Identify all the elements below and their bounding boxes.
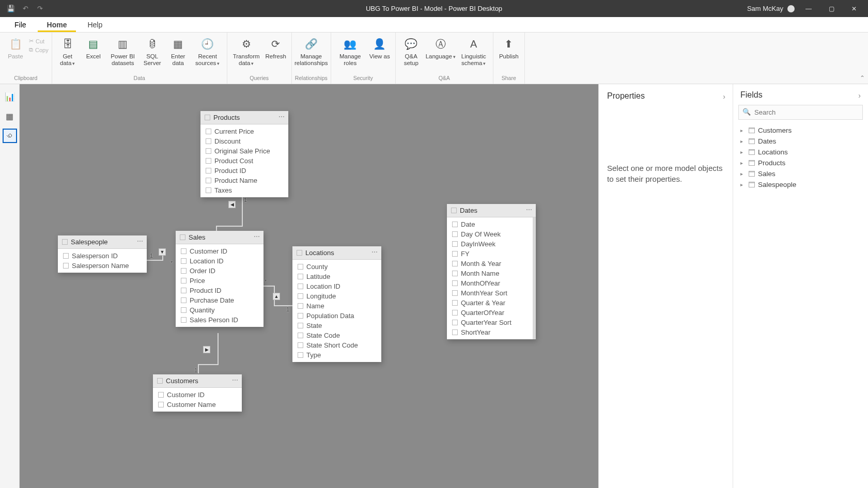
field-row[interactable]: Latitude bbox=[292, 272, 381, 281]
field-row[interactable]: Day Of Week bbox=[447, 229, 533, 239]
manage-relationships-button[interactable]: 🔗Manage relationships bbox=[295, 35, 327, 67]
field-row[interactable]: DayInWeek bbox=[447, 239, 533, 249]
fields-header[interactable]: Fields› bbox=[740, 90, 863, 100]
minimize-button[interactable]: — bbox=[800, 0, 817, 17]
table-locations[interactable]: Locations⋯ County Latitude Location ID L… bbox=[292, 246, 381, 362]
rel-sales-customers[interactable] bbox=[198, 364, 219, 365]
linguistic-schema-button[interactable]: ALinguistic schema bbox=[458, 35, 490, 67]
field-row[interactable]: Product ID bbox=[176, 286, 264, 295]
field-row[interactable]: QuarterOfYear bbox=[447, 308, 533, 318]
field-row[interactable]: Location ID bbox=[292, 281, 381, 291]
tab-file[interactable]: File bbox=[5, 18, 36, 32]
data-view-button[interactable]: ▦ bbox=[3, 109, 17, 123]
chevron-right-icon[interactable]: › bbox=[723, 92, 725, 101]
ribbon-collapse-button[interactable]: ⌃ bbox=[860, 74, 865, 82]
fields-table-item[interactable]: ▸Salespeople bbox=[738, 179, 863, 190]
table-sales[interactable]: Sales⋯ Customer ID Location ID Order ID … bbox=[176, 231, 264, 327]
recent-sources-button[interactable]: 🕘Recent sources bbox=[192, 35, 224, 67]
redo-icon[interactable]: ↷ bbox=[36, 5, 43, 12]
field-row[interactable]: Discount bbox=[200, 136, 288, 146]
get-data-button[interactable]: 🗄Get data bbox=[55, 35, 80, 67]
field-row[interactable]: Quarter & Year bbox=[447, 298, 533, 308]
table-dates[interactable]: Dates⋯ Date Day Of Week DayInWeek FY Mon… bbox=[447, 204, 536, 339]
rel-products-sales[interactable] bbox=[242, 196, 243, 226]
fields-search-input[interactable] bbox=[738, 105, 863, 120]
field-row[interactable]: MonthYear Sort bbox=[447, 288, 533, 298]
field-row[interactable]: County bbox=[292, 262, 381, 272]
field-row[interactable]: State Short Code bbox=[292, 340, 381, 350]
field-row[interactable]: Current Price bbox=[200, 127, 288, 136]
table-menu-button[interactable]: ⋯ bbox=[371, 248, 378, 256]
fields-table-item[interactable]: ▸Dates bbox=[738, 136, 863, 147]
qa-setup-button[interactable]: 💬Q&A setup bbox=[399, 35, 424, 67]
table-menu-button[interactable]: ⋯ bbox=[232, 376, 239, 384]
field-row[interactable]: Product ID bbox=[200, 166, 288, 176]
report-view-button[interactable]: 📊 bbox=[3, 89, 17, 104]
cut-button[interactable]: ✂Cut bbox=[29, 38, 49, 44]
model-canvas[interactable]: ◀ 1 ▼ 1 * ▶ 1 ▲ * 1 Products⋯ Current Pr… bbox=[20, 84, 598, 488]
table-salespeople[interactable]: Salespeople⋯ Salesperson ID Salesperson … bbox=[58, 235, 147, 273]
transform-data-button[interactable]: ⚙Transform data bbox=[230, 35, 262, 67]
view-as-button[interactable]: 👤View as bbox=[367, 35, 392, 60]
field-row[interactable]: Longitude bbox=[292, 291, 381, 301]
field-row[interactable]: State Code bbox=[292, 330, 381, 340]
field-row[interactable]: Population Data bbox=[292, 311, 381, 321]
save-icon[interactable]: 💾 bbox=[7, 5, 14, 12]
field-row[interactable]: Product Cost bbox=[200, 156, 288, 166]
table-products[interactable]: Products⋯ Current Price Discount Origina… bbox=[200, 111, 288, 197]
rel-sales-customers[interactable] bbox=[198, 364, 199, 373]
field-row[interactable]: Sales Person ID bbox=[176, 315, 264, 325]
table-menu-button[interactable]: ⋯ bbox=[137, 238, 144, 245]
enter-data-button[interactable]: ▦Enter data bbox=[166, 35, 191, 67]
field-row[interactable]: Original Sale Price bbox=[200, 146, 288, 156]
tab-home[interactable]: Home bbox=[38, 18, 76, 32]
fields-table-item[interactable]: ▸Sales bbox=[738, 168, 863, 179]
field-row[interactable]: Location ID bbox=[176, 256, 264, 266]
user-account[interactable]: Sam McKay bbox=[747, 5, 795, 12]
field-row[interactable]: FY bbox=[447, 249, 533, 259]
rel-sales-locations[interactable] bbox=[264, 286, 274, 287]
publish-button[interactable]: ⬆Publish bbox=[497, 35, 521, 60]
field-row[interactable]: Salesperson Name bbox=[58, 261, 147, 271]
model-view-button[interactable]: ꩜ bbox=[3, 129, 17, 143]
field-row[interactable]: Quantity bbox=[176, 305, 264, 315]
table-menu-button[interactable]: ⋯ bbox=[526, 206, 533, 213]
rel-products-sales[interactable] bbox=[216, 226, 243, 227]
close-button[interactable]: ✕ bbox=[845, 0, 863, 17]
field-row[interactable]: Salesperson ID bbox=[58, 251, 147, 261]
field-row[interactable]: QuarterYear Sort bbox=[447, 318, 533, 327]
table-menu-button[interactable]: ⋯ bbox=[278, 113, 285, 120]
copy-button[interactable]: ⧉Copy bbox=[29, 46, 49, 53]
fields-table-item[interactable]: ▸Customers bbox=[738, 125, 863, 136]
tab-help[interactable]: Help bbox=[78, 18, 112, 32]
field-row[interactable]: Date bbox=[447, 219, 533, 229]
properties-header[interactable]: Properties bbox=[607, 91, 724, 101]
fields-table-item[interactable]: ▸Products bbox=[738, 158, 863, 168]
field-row[interactable]: Month Name bbox=[447, 269, 533, 278]
field-row[interactable]: Order ID bbox=[176, 266, 264, 276]
language-button[interactable]: ⒶLanguage bbox=[425, 35, 457, 60]
sql-server-button[interactable]: 🛢SQL Server bbox=[140, 35, 165, 67]
field-row[interactable]: Type bbox=[292, 350, 381, 360]
fields-table-item[interactable]: ▸Locations bbox=[738, 147, 863, 158]
table-menu-button[interactable]: ⋯ bbox=[254, 233, 260, 240]
paste-button[interactable]: 📋 Paste bbox=[3, 35, 28, 60]
field-row[interactable]: Name bbox=[292, 301, 381, 311]
field-row[interactable]: Taxes bbox=[200, 185, 288, 195]
field-row[interactable]: State bbox=[292, 321, 381, 330]
field-row[interactable]: ShortYear bbox=[447, 327, 533, 337]
rel-sales-customers[interactable] bbox=[218, 333, 219, 364]
field-row[interactable]: Customer Name bbox=[153, 400, 242, 410]
pbi-datasets-button[interactable]: ▥Power BI datasets bbox=[107, 35, 139, 67]
undo-icon[interactable]: ↶ bbox=[22, 5, 29, 12]
refresh-button[interactable]: ⟳Refresh bbox=[264, 35, 288, 60]
field-row[interactable]: Price bbox=[176, 276, 264, 286]
rel-sales-locations[interactable] bbox=[274, 305, 292, 306]
maximize-button[interactable]: ▢ bbox=[823, 0, 840, 17]
field-row[interactable]: MonthOfYear bbox=[447, 278, 533, 288]
field-row[interactable]: Month & Year bbox=[447, 259, 533, 269]
field-row[interactable]: Customer ID bbox=[176, 246, 264, 256]
table-customers[interactable]: Customers⋯ Customer ID Customer Name bbox=[153, 374, 242, 412]
field-row[interactable]: Product Name bbox=[200, 176, 288, 185]
manage-roles-button[interactable]: 👥Manage roles bbox=[334, 35, 366, 67]
